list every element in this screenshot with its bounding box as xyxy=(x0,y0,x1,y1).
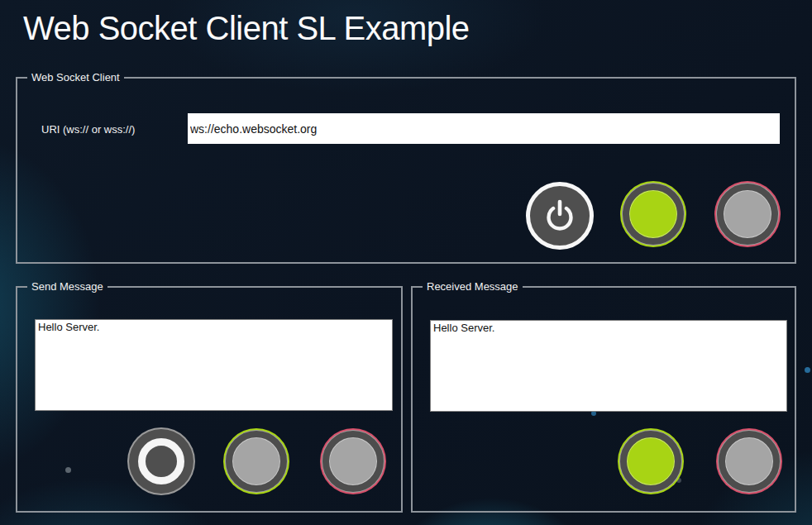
background-dot xyxy=(805,367,810,373)
received-message-group-legend: Received Message xyxy=(423,280,523,293)
message-received-led xyxy=(620,431,681,492)
websocket-client-group-legend: Web Socket Client xyxy=(27,71,124,84)
app-window: Web Socket Client SL Example Web Socket … xyxy=(0,0,812,525)
connect-power-button[interactable] xyxy=(526,182,594,250)
receive-error-led xyxy=(719,431,780,492)
received-message-textarea[interactable]: Hello Server. xyxy=(430,320,787,412)
send-message-group-legend: Send Message xyxy=(27,280,107,293)
connected-led xyxy=(623,184,684,245)
send-button[interactable] xyxy=(129,429,193,494)
connection-error-led xyxy=(717,184,778,245)
websocket-client-group: Web Socket Client URI (ws:// or wss://) xyxy=(16,71,796,264)
send-message-textarea[interactable]: Hello Server. xyxy=(35,319,393,411)
power-icon xyxy=(541,197,579,235)
page-title: Web Socket Client SL Example xyxy=(23,8,470,48)
ring-icon xyxy=(138,438,184,484)
uri-label: URI (ws:// or wss://) xyxy=(41,123,135,136)
send-message-group: Send Message Hello Server. xyxy=(16,280,403,513)
send-error-led xyxy=(322,431,384,492)
received-message-group: Received Message Hello Server. xyxy=(411,280,796,513)
uri-input[interactable] xyxy=(188,113,780,144)
message-sent-led xyxy=(226,431,287,492)
